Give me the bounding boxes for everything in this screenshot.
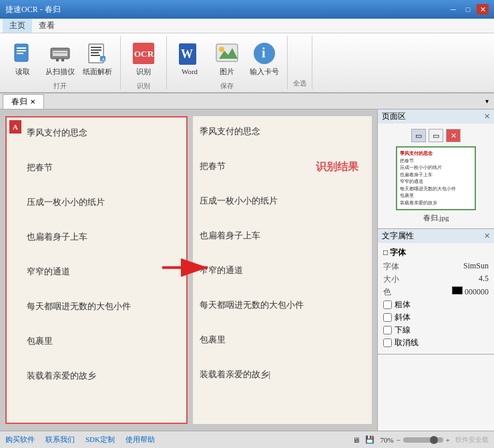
parse-button[interactable]: A 纸面解析 — [80, 37, 115, 80]
status-sdk[interactable]: SDK定制 — [85, 435, 115, 445]
recognition-arrow — [162, 254, 216, 283]
status-buy[interactable]: 购买软件 — [5, 435, 35, 445]
zoom-label: 70% — [380, 436, 393, 444]
title-bar: 捷速OCR - 春归 ─ □ ✕ — [0, 0, 494, 19]
font-name-value: SimSun — [463, 261, 489, 272]
zoom-slider-thumb[interactable] — [430, 436, 438, 444]
word-button[interactable]: W Word — [172, 37, 207, 80]
zoom-control: 70% − + — [380, 436, 450, 444]
bold-checkbox[interactable] — [383, 300, 392, 309]
svg-text:W: W — [181, 47, 193, 61]
read-button[interactable]: 读取 — [5, 37, 40, 80]
thumb-mode-1-button[interactable]: ▭ — [411, 129, 426, 142]
image-icon — [215, 41, 239, 65]
read-icon — [11, 41, 35, 65]
line-9: 窄窄的通道 — [27, 263, 180, 280]
right-status: 🖥 💾 70% − + 软件安全载 — [352, 435, 489, 445]
card-icon: i — [252, 41, 276, 65]
text-props-header: 文字属性 ✕ — [378, 229, 494, 243]
res-line-15: 装载着亲爱的故乡| — [200, 366, 366, 383]
open-group-buttons: 读取 从扫描仪 — [5, 37, 115, 80]
app-title: 捷速OCR - 春归 — [5, 4, 61, 15]
svg-rect-10 — [91, 47, 101, 48]
menu-item-home[interactable]: 主页 — [3, 19, 32, 33]
thumb-line-1: 季风支付的思念 — [400, 150, 472, 158]
underline-checkbox-row: 下線 — [383, 324, 489, 336]
thumb-line-3: 压成一枚小小的纸片 — [400, 164, 472, 172]
thumb-mode-2-button[interactable]: ▭ — [429, 129, 443, 142]
recognition-label: 识别结果 — [316, 156, 358, 178]
italic-label: 斜体 — [395, 312, 411, 323]
svg-rect-2 — [17, 50, 26, 51]
thumb-toolbar: ▭ ▭ ✕ — [411, 129, 461, 142]
res-line-10 — [200, 279, 366, 296]
line-8 — [27, 246, 180, 263]
scan-button[interactable]: 从扫描仪 — [43, 37, 77, 80]
ribbon-group-selectall: 全选 — [288, 36, 312, 89]
doc-tab-spring[interactable]: 春归 ✕ — [3, 94, 44, 109]
color-swatch[interactable] — [452, 286, 463, 294]
res-line-1: 季风支付的思念 — [200, 123, 366, 140]
tab-close-button[interactable]: ✕ — [30, 98, 35, 105]
status-help[interactable]: 使用帮助 — [126, 435, 155, 445]
image-button[interactable]: 图片 — [210, 37, 244, 80]
svg-rect-6 — [53, 52, 67, 53]
thumb-line-7: 包裹里 — [400, 192, 472, 200]
ocr-button[interactable]: OCR 识别 — [126, 37, 161, 80]
thumb-line-8: 装载着亲爱的故乡 — [400, 200, 472, 207]
svg-rect-7 — [56, 59, 59, 61]
italic-checkbox[interactable] — [383, 313, 392, 322]
line-10 — [27, 280, 180, 298]
tab-dropdown-arrow[interactable]: ▾ — [485, 97, 489, 105]
page-thumbnail: 季风支付的思念 把春节 压成一枚小小的纸片 也扁着身子上车 窄窄的通道 每天都咽… — [396, 146, 476, 210]
strikethrough-checkbox-row: 取消线 — [383, 337, 489, 349]
underline-label: 下線 — [395, 324, 411, 336]
strikethrough-checkbox[interactable] — [383, 339, 392, 347]
svg-rect-8 — [61, 59, 64, 61]
page-area-content: ▭ ▭ ✕ 季风支付的思念 把春节 压成一枚小小的纸片 也扁着身子上车 窄窄的通… — [378, 124, 494, 228]
underline-checkbox[interactable] — [383, 326, 392, 334]
line-5: 压成一枚小小的纸片 — [27, 194, 180, 211]
thumb-delete-button[interactable]: ✕ — [446, 129, 461, 142]
ocr-icon: OCR — [132, 41, 156, 65]
line-7: 也扁着身子上车 — [27, 228, 180, 246]
zoom-minus[interactable]: − — [397, 436, 401, 444]
ocr-group-buttons: OCR 识别 — [126, 37, 161, 80]
text-props-close-button[interactable]: ✕ — [484, 232, 490, 240]
res-line-7: 也扁着身子上车 — [200, 227, 366, 244]
line-12 — [27, 315, 180, 332]
svg-text:OCR: OCR — [134, 48, 154, 58]
line-11: 每天都咽进无数的大包小件 — [27, 298, 180, 315]
res-line-9: 窄窄的通道 — [200, 262, 366, 279]
maximize-button[interactable]: □ — [462, 4, 474, 15]
svg-rect-3 — [17, 53, 23, 54]
doc-icon: A — [9, 120, 21, 134]
page-area-title: 页面区 — [382, 111, 406, 122]
menu-item-view[interactable]: 查看 — [32, 19, 61, 33]
bold-checkbox-row: 粗体 — [383, 299, 489, 310]
line-2 — [27, 142, 180, 159]
text-props-title: 文字属性 — [382, 230, 414, 242]
res-line-2 — [200, 140, 366, 158]
close-button[interactable]: ✕ — [477, 4, 489, 15]
font-section-label: □ 字体 — [383, 247, 489, 258]
thumb-line-6: 每天都咽进无数的大包小件 — [400, 186, 472, 193]
card-button[interactable]: i 输入卡号 — [247, 37, 282, 80]
zoom-plus[interactable]: + — [446, 436, 450, 444]
thumb-line-2: 把春节 — [400, 158, 472, 165]
main-content: A 季风支付的思念 把春节 压成一枚小小的纸片 也扁着身子上车 窄窄的通道 每天… — [0, 109, 494, 431]
status-icon-2: 💾 — [365, 435, 375, 444]
text-props-section: 文字属性 ✕ □ 字体 字体 SimSun 大小 4.5 色 000000 — [378, 229, 494, 355]
font-color-label: 色 — [383, 286, 391, 298]
word-icon: W — [178, 42, 202, 66]
ribbon: 读取 从扫描仪 — [0, 33, 494, 93]
line-6 — [27, 211, 180, 228]
line-3: 把春节 — [27, 159, 180, 176]
svg-point-22 — [219, 47, 224, 52]
zoom-slider[interactable] — [403, 437, 443, 443]
page-area-close-button[interactable]: ✕ — [484, 112, 490, 121]
window-controls: ─ □ ✕ — [447, 4, 489, 15]
minimize-button[interactable]: ─ — [447, 4, 459, 15]
status-contact[interactable]: 联系我们 — [45, 435, 75, 445]
thumb-line-4: 也扁着身子上车 — [400, 172, 472, 179]
